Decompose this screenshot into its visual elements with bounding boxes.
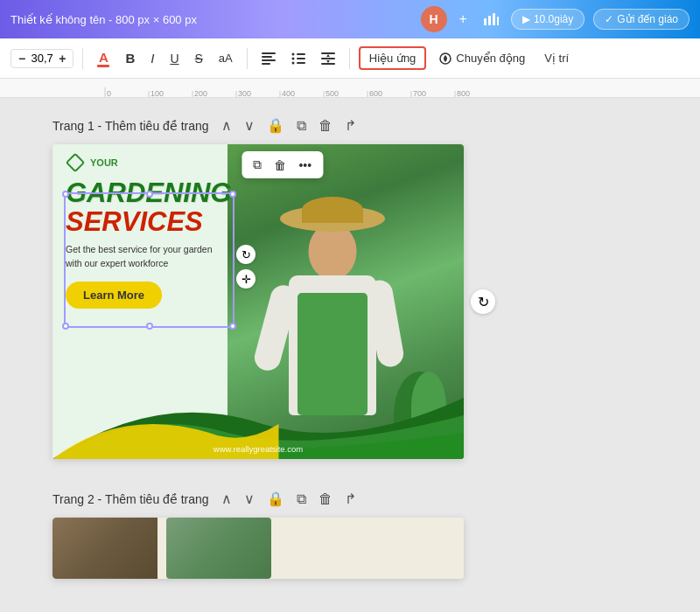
page-2-section: Trang 2 - Thêm tiêu đề trang ∧ ∨ 🔒 ⧉ 🗑 ↱ (52, 489, 648, 579)
svg-rect-14 (321, 52, 335, 54)
page-1-actions: ∧ ∨ 🔒 ⧉ 🗑 ↱ (218, 115, 360, 136)
svg-text:500: 500 (326, 89, 339, 98)
text-color-button[interactable]: A (92, 46, 115, 71)
svg-text:600: 600 (369, 89, 382, 98)
website-url: www.reallygreatsite.com (214, 444, 303, 454)
top-bar: Thiết kế không tên - 800 px × 600 px H +… (0, 0, 700, 38)
float-toolbar: ⧉ 🗑 ••• (242, 151, 323, 178)
page-1-canvas-wrapper: YOUR GARDENING SERVICES Get the best ser… (52, 144, 464, 459)
play-icon: ▶ (522, 13, 530, 25)
page-1-add[interactable]: ↱ (341, 115, 360, 136)
svg-rect-2 (493, 13, 495, 25)
top-bar-right: H + ▶ 10.0giây ✓ Gửi đến giáo (421, 6, 690, 32)
vi-tri-button[interactable]: Vị trí (537, 48, 576, 68)
svg-point-8 (291, 52, 294, 55)
divider-1 (82, 48, 83, 69)
svg-text:400: 400 (282, 89, 295, 98)
strikethrough-label: S (195, 52, 203, 66)
svg-rect-4 (262, 52, 276, 54)
sync-icon[interactable]: ↻ (236, 245, 256, 264)
divider-2 (247, 48, 248, 69)
services-title: SERVICES (66, 208, 249, 237)
page-2-add[interactable]: ↱ (341, 489, 360, 509)
page-2-chevron-down[interactable]: ∨ (241, 489, 258, 509)
play-button[interactable]: ▶ 10.0giây (511, 9, 584, 30)
design-canvas-2[interactable] (52, 518, 464, 579)
font-size-group: − 30,7 + (10, 49, 74, 68)
line-height-icon (321, 52, 335, 65)
bold-button[interactable]: B (120, 47, 140, 69)
transform-icons: ↻ ✛ (236, 245, 256, 289)
align-button[interactable] (256, 49, 281, 68)
page-1-trash[interactable]: 🗑 (315, 116, 336, 136)
svg-text:0: 0 (107, 89, 111, 98)
page-2-trash[interactable]: 🗑 (315, 490, 336, 509)
page-2-lock[interactable]: 🔒 (263, 489, 288, 509)
color-a-indicator: A (97, 50, 109, 67)
line-height-button[interactable] (316, 49, 340, 68)
page-2-chevron-up[interactable]: ∧ (218, 489, 235, 509)
svg-text:100: 100 (150, 89, 164, 98)
svg-rect-5 (262, 56, 272, 58)
subtitle-text: Get the best service for your garden wit… (66, 243, 219, 271)
page2-content (52, 518, 464, 579)
hat-crown (302, 197, 363, 223)
underline-button[interactable]: U (164, 48, 184, 69)
svg-text:800: 800 (457, 89, 470, 98)
italic-button[interactable]: I (145, 47, 159, 69)
font-size-increase[interactable]: + (57, 52, 67, 66)
font-size-decrease[interactable]: − (17, 52, 27, 66)
toolbar: − 30,7 + A B I U S aA (0, 38, 700, 79)
svg-rect-7 (262, 63, 270, 65)
learn-more-button[interactable]: Learn More (66, 282, 162, 309)
send-button[interactable]: ✓ Gửi đến giáo (593, 9, 690, 30)
page-2-title: Trang 2 - Thêm tiêu đề trang (52, 492, 209, 506)
svg-text:700: 700 (413, 89, 426, 98)
svg-marker-17 (326, 54, 330, 57)
chart-icon (483, 11, 499, 27)
gardening-title: GARDENING (66, 179, 249, 208)
page-2-header: Trang 2 - Thêm tiêu đề trang ∧ ∨ 🔒 ⧉ 🗑 ↱ (52, 489, 648, 509)
move-icon[interactable]: ✛ (236, 269, 256, 289)
strikethrough-button[interactable]: S (190, 48, 208, 69)
page-2-copy[interactable]: ⧉ (293, 490, 310, 509)
apron (298, 293, 368, 415)
svg-rect-1 (488, 16, 491, 25)
chart-icon-btn[interactable] (480, 8, 502, 31)
page-1-chevron-down[interactable]: ∨ (241, 115, 258, 136)
page-1-copy[interactable]: ⧉ (293, 116, 310, 136)
color-a-letter: A (99, 50, 108, 65)
rotate-handle[interactable]: ↻ (471, 289, 495, 314)
font-size-toggle-label: aA (219, 52, 233, 65)
float-more-btn[interactable]: ••• (294, 156, 316, 175)
font-size-toggle-button[interactable]: aA (214, 48, 238, 68)
svg-text:300: 300 (238, 89, 251, 98)
page-1-lock[interactable]: 🔒 (263, 115, 288, 136)
document-title: Thiết kế không tên - 800 px × 600 px (10, 13, 197, 26)
logo-diamond-icon (66, 153, 85, 172)
underline-label: U (170, 52, 178, 66)
svg-rect-0 (484, 18, 486, 25)
page-1-section: Trang 1 - Thêm tiêu đề trang ∧ ∨ 🔒 ⧉ 🗑 ↱ (52, 115, 648, 462)
svg-rect-3 (497, 17, 499, 25)
chuyen-dong-button[interactable]: Chuyển động (431, 48, 532, 69)
page-1-chevron-up[interactable]: ∧ (218, 115, 235, 136)
divider-3 (349, 48, 350, 69)
float-copy-btn[interactable]: ⧉ (248, 155, 266, 175)
add-icon-btn[interactable]: + (456, 8, 471, 31)
float-trash-btn[interactable]: 🗑 (270, 156, 290, 175)
send-label: Gửi đến giáo (617, 13, 678, 25)
svg-marker-18 (326, 60, 330, 63)
list-button[interactable] (286, 49, 311, 68)
align-icon (262, 52, 276, 65)
ruler-svg: 0 100 200 300 400 500 600 700 800 (0, 79, 700, 98)
list-icon (291, 52, 305, 65)
user-avatar[interactable]: H (421, 6, 447, 32)
svg-text:200: 200 (194, 89, 207, 98)
color-bar (97, 65, 109, 67)
logo-text: YOUR (90, 157, 118, 168)
svg-rect-13 (297, 62, 305, 64)
design-canvas-1[interactable]: YOUR GARDENING SERVICES Get the best ser… (52, 144, 464, 459)
canvas-text-area: GARDENING SERVICES Get the best service … (66, 179, 249, 309)
hieuung-button[interactable]: Hiệu ứng (359, 46, 427, 70)
